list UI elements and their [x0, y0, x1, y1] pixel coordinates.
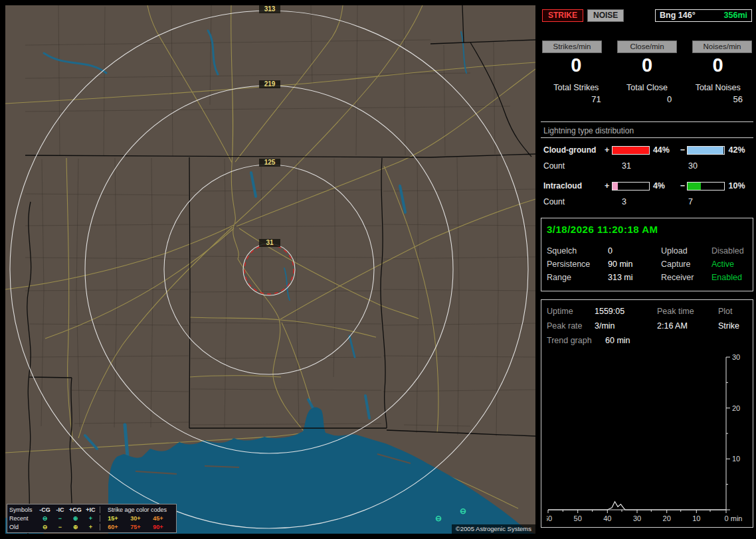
totals-row: Total Strikes 71 Total Close 0 Total Noi… — [541, 83, 753, 104]
trend-graph: 30 20 10 60 50 40 30 20 10 0 min — [547, 352, 747, 527]
trend-graph-row: Trend graph 60 min — [547, 333, 747, 348]
x-tick-0: 0 min — [725, 514, 743, 522]
x-tick-50: 50 — [574, 514, 582, 522]
cloud-ground-count-row: Count 31 30 — [541, 158, 753, 174]
uptime-row: Uptime 1559:05 Peak time Plot — [547, 304, 747, 319]
lightning-distribution-section: Lightning type distribution Cloud-ground… — [541, 121, 753, 210]
close-per-min-value: 0 — [612, 54, 683, 76]
settings-row: Persistence 90 min Capture Active — [547, 258, 747, 271]
pos-cg-old-icon: ⊕ — [68, 524, 83, 530]
current-datetime: 3/18/2026 11:20:18 AM — [547, 224, 747, 235]
x-tick-20: 20 — [663, 514, 671, 522]
cg-negative-count: 30 — [679, 161, 745, 171]
strike-symbol: ⊖ — [435, 514, 442, 522]
ic-negative-percent: 10% — [725, 181, 753, 191]
neg-cg-recent-icon: ⊖ — [37, 515, 52, 522]
peak-rate-label: Peak rate — [547, 319, 595, 333]
app-window: 313 219 125 31 ⊖⊖ Symbols -CG -IC +CG +I… — [0, 0, 756, 539]
cg-negative-bar — [687, 146, 725, 155]
persistence-label: Persistence — [547, 258, 608, 271]
pos-ic-recent-icon: + — [83, 515, 98, 522]
receiver-status: Enabled — [711, 271, 747, 284]
uptime-label: Uptime — [547, 304, 595, 319]
total-close-value: 0 — [612, 94, 683, 104]
map-legend: Symbols -CG -IC +CG +IC Strike age color… — [7, 504, 177, 533]
strike-symbol: ⊖ — [460, 507, 466, 515]
uptime-value: 1559:05 — [595, 304, 657, 319]
ic-negative-count: 7 — [679, 197, 745, 206]
total-noises-value: 56 — [682, 94, 753, 104]
peak-time-value: 2:16 AM — [657, 319, 718, 333]
legend-header-row: Symbols -CG -IC +CG +IC Strike age color… — [9, 505, 174, 514]
lightning-map[interactable]: 313 219 125 31 ⊖⊖ Symbols -CG -IC +CG +I… — [5, 5, 535, 534]
ic-positive-bar-fill — [613, 183, 618, 190]
trend-section: Uptime 1559:05 Peak time Plot Peak rate … — [541, 299, 753, 528]
total-strikes: Total Strikes 71 — [541, 83, 612, 104]
strikes-per-min-button[interactable]: Strikes/min — [542, 40, 602, 53]
count-label: Count — [543, 161, 613, 171]
legend-old-row: Old ⊖ − ⊕ + 60+ 75+ 90+ — [9, 522, 174, 531]
ring-label-31: 31 — [259, 239, 280, 247]
plus-sign: + — [603, 145, 612, 155]
trend-graph-span: 60 min — [605, 333, 630, 348]
total-strikes-value: 71 — [541, 94, 612, 104]
trend-graph-label: Trend graph — [547, 333, 605, 348]
total-close: Total Close 0 — [612, 83, 683, 104]
cg-positive-count: 31 — [613, 161, 679, 171]
x-tick-30: 30 — [633, 514, 641, 522]
rate-buttons-row: Strikes/min Close/min Noises/min — [542, 40, 752, 53]
legend-col-neg-ic: -IC — [52, 506, 68, 513]
age-75: 75+ — [124, 524, 147, 530]
strike-button[interactable]: STRIKE — [542, 9, 583, 22]
cloud-ground-label: Cloud-ground — [543, 145, 603, 155]
ic-negative-bar — [687, 182, 725, 191]
age-60: 60+ — [102, 524, 124, 530]
plot-type-value: Strike — [718, 319, 747, 333]
ic-positive-count: 3 — [613, 197, 679, 206]
range-label: Range — [547, 271, 608, 284]
upload-status: Disabled — [711, 244, 747, 258]
ring-label-313: 313 — [259, 5, 280, 13]
control-panel: STRIKE NOISE Bng 146° 356mi Strikes/min … — [541, 0, 753, 539]
age-15: 15+ — [102, 515, 124, 522]
x-major-ticks — [548, 510, 726, 513]
neg-ic-old-icon: − — [52, 524, 68, 530]
cg-negative-bar-fill — [688, 147, 723, 154]
cg-positive-percent: 44% — [650, 145, 678, 155]
x-tick-40: 40 — [603, 514, 611, 522]
squelch-value: 0 — [608, 244, 661, 258]
ic-positive-percent: 4% — [650, 181, 678, 191]
settings-row: Range 313 mi Receiver Enabled — [547, 271, 747, 284]
minus-sign: − — [678, 181, 687, 191]
close-per-min-button[interactable]: Close/min — [617, 40, 677, 53]
total-close-label: Total Close — [612, 83, 683, 92]
legend-age-header: Strike age color codes — [100, 506, 174, 513]
noises-per-min-button[interactable]: Noises/min — [692, 40, 752, 53]
persistence-value: 90 min — [608, 258, 661, 271]
status-section: 3/18/2026 11:20:18 AM Squelch 0 Upload D… — [541, 218, 753, 291]
trend-line — [548, 502, 726, 510]
intracloud-row: Intracloud + 4% − 10% — [541, 178, 753, 194]
trend-graph-canvas: 30 20 10 60 50 40 30 20 10 0 min — [547, 352, 746, 526]
legend-symbols-header: Symbols — [9, 506, 37, 513]
copyright-notice: ©2005 Astrogenic Systems — [452, 524, 535, 534]
x-tick-10: 10 — [692, 514, 700, 522]
strikes-per-min-value: 0 — [541, 54, 612, 76]
noise-button[interactable]: NOISE — [587, 9, 624, 22]
y-tick-10: 10 — [732, 455, 740, 463]
ic-negative-bar-fill — [688, 183, 701, 190]
total-noises-label: Total Noises — [682, 83, 753, 92]
legend-recent-label: Recent — [9, 515, 37, 522]
cg-positive-bar — [612, 146, 650, 155]
neg-cg-old-icon: ⊖ — [37, 524, 52, 530]
intracloud-label: Intracloud — [543, 181, 603, 191]
bearing-display: Bng 146° 356mi — [655, 9, 752, 22]
noises-per-min-value: 0 — [682, 54, 753, 76]
bearing-value: Bng 146° — [660, 11, 696, 20]
rate-values-row: 0 0 0 — [541, 54, 753, 76]
minus-sign: − — [678, 145, 687, 155]
plus-sign: + — [603, 181, 612, 191]
age-30: 30+ — [124, 515, 147, 522]
y-tick-30: 30 — [732, 353, 740, 361]
total-strikes-label: Total Strikes — [541, 83, 612, 92]
